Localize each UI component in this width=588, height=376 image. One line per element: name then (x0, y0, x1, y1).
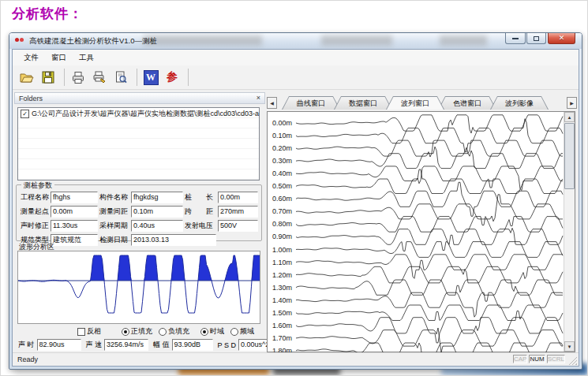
left-arrow-icon: ◀ (270, 100, 274, 106)
toolbar-separator (188, 69, 189, 86)
depth-label: 1.10m (272, 259, 296, 266)
invert-label: 反相 (87, 326, 101, 337)
param-field[interactable]: 11.30us (51, 220, 98, 232)
radio-icon (230, 328, 238, 336)
menu-item-2[interactable]: 工具 (73, 51, 100, 65)
param-field[interactable]: 0.00m (51, 206, 98, 218)
print-button[interactable] (69, 68, 88, 87)
tab-scroll-left-button[interactable]: ◀ (267, 97, 277, 109)
depth-label: 1.40m (272, 296, 296, 304)
fill-radio-0[interactable]: 正填充 (122, 326, 152, 337)
indicator-num: NUM (529, 355, 545, 363)
tab-face: 数据窗口 (335, 97, 391, 110)
tab-2[interactable]: 波列窗口 (386, 96, 444, 110)
wave-traces-svg (296, 113, 564, 356)
readout-value[interactable]: 82.90us (37, 339, 81, 351)
scroll-down-button[interactable]: ▼ (564, 341, 575, 352)
param-field[interactable]: 2013.03.13 (131, 234, 216, 246)
title-bar[interactable]: 高铁建混凝土检测分析软件V1.0—测桩 ✕ (9, 33, 582, 49)
waveform-line (18, 255, 260, 313)
glass-reflection (321, 35, 392, 46)
param-field[interactable]: fhgkdsg (131, 192, 183, 203)
radio-label: 时域 (210, 326, 224, 337)
parameters-icon: 参 (167, 70, 178, 84)
export-word-button[interactable]: W (141, 68, 160, 87)
wave-trace (296, 242, 563, 258)
tab-face: 曲线窗口 (283, 97, 339, 110)
wave-trace (296, 140, 563, 157)
close-button[interactable]: ✕ (548, 33, 575, 44)
param-field[interactable]: 500V (218, 220, 258, 232)
print-setup-button[interactable] (90, 68, 109, 87)
tab-4[interactable]: 波列影像 (490, 96, 549, 110)
depth-label: 0.10m (272, 132, 296, 140)
parameters-button[interactable]: 参 (163, 68, 182, 87)
param-label: 桩 长 (185, 192, 216, 203)
param-field[interactable]: fhghs (51, 192, 98, 203)
waveform-analysis-plot[interactable] (17, 251, 260, 324)
depth-label: 0.60m (272, 195, 296, 203)
readout-label: 幅 值 (153, 340, 170, 350)
open-button[interactable] (17, 68, 36, 87)
readout-label: 声 时 (18, 340, 35, 350)
wave-train-display[interactable]: 0.00m0.10m0.20m0.30m0.40m0.50m0.60m0.70m… (267, 111, 575, 352)
wave-trace (296, 169, 563, 194)
resize-grip[interactable] (568, 356, 577, 365)
depth-label: 1.70m (272, 334, 296, 342)
printer-icon (70, 69, 86, 85)
vertical-scrollbar[interactable]: ▲ ▼ (564, 112, 575, 352)
radio-icon (122, 328, 129, 336)
scroll-up-icon: ▲ (567, 115, 572, 120)
tab-scroll-right-button[interactable]: ▶ (567, 97, 577, 109)
page-heading: 分析软件： (12, 5, 83, 23)
param-field[interactable]: 0.00m (218, 192, 258, 203)
readout-value[interactable]: 3256.94m/s (104, 339, 148, 351)
menu-item-1[interactable]: 窗口 (45, 51, 73, 65)
tabs: 曲线窗口数据窗口波列窗口色谱窗口波列影像 (282, 96, 549, 110)
depth-label: 0.90m (272, 233, 296, 240)
depth-label: 1.00m (272, 246, 296, 254)
fill-radio-1[interactable]: 负填充 (159, 326, 189, 337)
domain-radio-1[interactable]: 频域 (230, 326, 254, 337)
print-setup-icon (92, 69, 107, 85)
domain-radio-0[interactable]: 时域 (200, 326, 224, 337)
depth-label: 1.20m (272, 271, 296, 279)
folders-panel-header[interactable]: Folders × (14, 92, 265, 104)
param-label: 声时修正 (21, 221, 49, 231)
depth-label: 0.70m (272, 207, 296, 215)
param-label: 工程名称 (21, 192, 49, 203)
tab-0[interactable]: 曲线窗口 (282, 96, 340, 110)
save-button[interactable] (39, 68, 58, 87)
print-preview-button[interactable] (111, 68, 130, 87)
radio-icon (200, 328, 208, 336)
scrollbar-thumb[interactable] (564, 123, 575, 189)
application-window: 高铁建混凝土检测分析软件V1.0—测桩 ✕ 文件窗口工具 (9, 32, 582, 370)
minimize-button[interactable] (505, 33, 526, 44)
status-bar: Ready CAPNUMSCRL (13, 352, 579, 366)
glass-reflection (440, 35, 487, 46)
tab-3[interactable]: 色谱窗口 (438, 96, 496, 110)
tab-face: 波列影像 (491, 97, 548, 110)
file-checkbox[interactable]: ✓ (21, 110, 29, 118)
checkbox-icon (77, 328, 85, 336)
scroll-up-button[interactable]: ▲ (564, 112, 575, 122)
menu-item-0[interactable]: 文件 (17, 51, 45, 65)
depth-label: 0.30m (272, 157, 296, 165)
param-field[interactable]: 270mm (218, 206, 258, 218)
invert-checkbox[interactable]: 反相 (77, 326, 101, 337)
param-field[interactable]: 建筑规范 (51, 234, 98, 246)
file-list-item[interactable]: ✓ G:\公司产品设计开发\超声仪器\超声仪实地检测数据\测桩cd\cd03\c… (18, 108, 259, 120)
param-field[interactable]: 0.40us (131, 220, 183, 232)
param-label: 跨 距 (185, 207, 216, 217)
param-field[interactable]: 0.10m (131, 206, 183, 218)
radio-label: 负填充 (168, 326, 189, 337)
menu-bar: 文件窗口工具 (13, 50, 579, 66)
tab-1[interactable]: 数据窗口 (334, 96, 392, 110)
folders-panel-title: Folders (19, 95, 43, 102)
panel-close-icon[interactable]: × (257, 95, 260, 102)
file-list[interactable]: ✓ G:\公司产品设计开发\超声仪器\超声仪实地检测数据\测桩cd\cd03\c… (17, 107, 260, 181)
screenshot-stage: 分析软件： 高铁建混凝土检测分析软件V1.0—测桩 ✕ 文件窗口工具 (0, 0, 588, 376)
readout-value[interactable]: 93.90dB (172, 339, 213, 351)
depth-label: 0.20m (272, 144, 296, 152)
maximize-button[interactable] (526, 33, 546, 44)
